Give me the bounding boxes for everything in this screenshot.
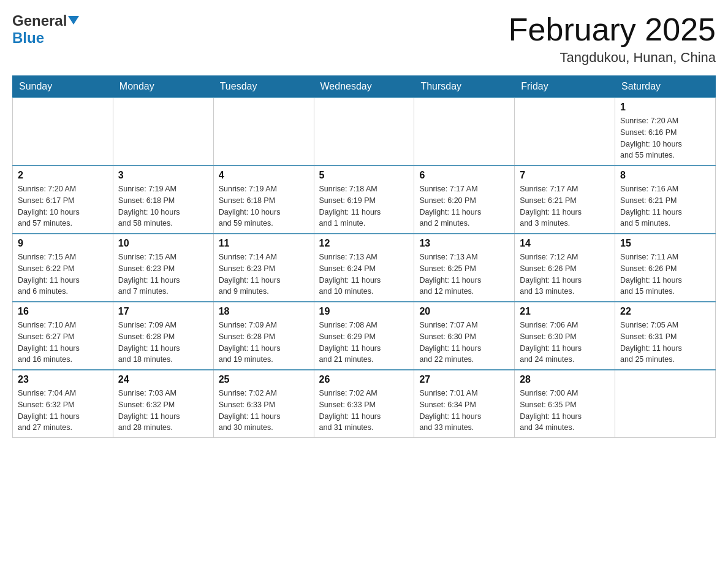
day-info: Daylight: 11 hours: [18, 275, 108, 286]
col-monday: Monday: [113, 76, 213, 98]
day-info: Sunrise: 7:13 AM: [319, 251, 409, 263]
col-thursday: Thursday: [414, 76, 515, 98]
day-info: Daylight: 11 hours: [118, 411, 208, 423]
day-info: Sunset: 6:27 PM: [18, 331, 108, 343]
col-sunday: Sunday: [13, 76, 113, 98]
table-row: 19Sunrise: 7:08 AMSunset: 6:29 PMDayligh…: [314, 302, 414, 370]
day-number: 19: [319, 306, 409, 317]
day-number: 7: [520, 170, 610, 181]
day-info: Sunrise: 7:19 AM: [219, 183, 309, 195]
table-row: [615, 370, 716, 438]
calendar-title: February 2025: [509, 12, 716, 47]
day-info: Sunset: 6:33 PM: [319, 399, 409, 411]
day-info: and 28 minutes.: [118, 422, 208, 434]
day-info: Daylight: 11 hours: [319, 343, 409, 354]
day-info: and 21 minutes.: [319, 354, 409, 366]
day-info: Sunset: 6:32 PM: [118, 399, 208, 411]
table-row: 6Sunrise: 7:17 AMSunset: 6:20 PMDaylight…: [414, 166, 515, 234]
table-row: 22Sunrise: 7:05 AMSunset: 6:31 PMDayligh…: [615, 302, 716, 370]
day-info: and 2 minutes.: [419, 218, 509, 229]
table-row: 7Sunrise: 7:17 AMSunset: 6:21 PMDaylight…: [515, 166, 615, 234]
day-info: Sunset: 6:26 PM: [520, 263, 610, 275]
table-row: 15Sunrise: 7:11 AMSunset: 6:26 PMDayligh…: [615, 234, 716, 302]
day-number: 25: [219, 374, 309, 385]
table-row: 20Sunrise: 7:07 AMSunset: 6:30 PMDayligh…: [414, 302, 515, 370]
day-info: Daylight: 11 hours: [620, 343, 710, 354]
page-header: General Blue February 2025 Tangdukou, Hu…: [12, 12, 716, 66]
table-row: 10Sunrise: 7:15 AMSunset: 6:23 PMDayligh…: [113, 234, 213, 302]
table-row: 5Sunrise: 7:18 AMSunset: 6:19 PMDaylight…: [314, 166, 414, 234]
day-info: Daylight: 11 hours: [219, 343, 309, 354]
day-info: Daylight: 11 hours: [520, 275, 610, 286]
day-info: Sunset: 6:23 PM: [118, 263, 208, 275]
day-number: 12: [319, 238, 409, 249]
day-info: Sunrise: 7:09 AM: [219, 320, 309, 331]
day-info: and 16 minutes.: [18, 354, 108, 366]
day-info: Daylight: 10 hours: [118, 207, 208, 218]
day-info: and 5 minutes.: [620, 218, 710, 229]
day-number: 6: [419, 170, 509, 181]
day-number: 21: [520, 306, 610, 317]
table-row: 25Sunrise: 7:02 AMSunset: 6:33 PMDayligh…: [213, 370, 314, 438]
calendar-week-row: 23Sunrise: 7:04 AMSunset: 6:32 PMDayligh…: [13, 370, 716, 438]
day-info: and 34 minutes.: [520, 422, 610, 434]
table-row: 26Sunrise: 7:02 AMSunset: 6:33 PMDayligh…: [314, 370, 414, 438]
day-number: 2: [18, 170, 108, 181]
day-info: Daylight: 11 hours: [419, 275, 509, 286]
calendar-table: Sunday Monday Tuesday Wednesday Thursday…: [12, 75, 716, 438]
table-row: 23Sunrise: 7:04 AMSunset: 6:32 PMDayligh…: [13, 370, 113, 438]
day-number: 9: [18, 238, 108, 249]
day-number: 28: [520, 374, 610, 385]
day-number: 24: [118, 374, 208, 385]
day-info: and 59 minutes.: [219, 218, 309, 229]
table-row: 16Sunrise: 7:10 AMSunset: 6:27 PMDayligh…: [13, 302, 113, 370]
day-info: Sunrise: 7:11 AM: [620, 251, 710, 263]
day-info: Sunrise: 7:15 AM: [18, 251, 108, 263]
day-info: and 25 minutes.: [620, 354, 710, 366]
day-number: 11: [219, 238, 309, 249]
day-info: and 15 minutes.: [620, 286, 710, 297]
day-info: Sunrise: 7:03 AM: [118, 388, 208, 399]
table-row: 9Sunrise: 7:15 AMSunset: 6:22 PMDaylight…: [13, 234, 113, 302]
day-info: Daylight: 11 hours: [18, 411, 108, 423]
day-info: Sunrise: 7:19 AM: [118, 183, 208, 195]
day-info: and 22 minutes.: [419, 354, 509, 366]
day-info: and 7 minutes.: [118, 286, 208, 297]
day-info: Sunrise: 7:04 AM: [18, 388, 108, 399]
day-number: 22: [620, 306, 710, 317]
day-info: and 31 minutes.: [319, 422, 409, 434]
day-info: and 30 minutes.: [219, 422, 309, 434]
day-info: Sunset: 6:28 PM: [118, 331, 208, 343]
day-info: and 58 minutes.: [118, 218, 208, 229]
day-info: and 57 minutes.: [18, 218, 108, 229]
table-row: 24Sunrise: 7:03 AMSunset: 6:32 PMDayligh…: [113, 370, 213, 438]
day-info: Daylight: 11 hours: [219, 275, 309, 286]
day-info: Sunset: 6:26 PM: [620, 263, 710, 275]
day-info: Sunrise: 7:02 AM: [319, 388, 409, 399]
calendar-week-row: 1Sunrise: 7:20 AMSunset: 6:16 PMDaylight…: [13, 98, 716, 166]
day-info: Daylight: 11 hours: [219, 411, 309, 423]
logo-arrow-icon: [68, 16, 79, 27]
day-info: Sunrise: 7:00 AM: [520, 388, 610, 399]
table-row: [13, 98, 113, 166]
logo: General Blue: [12, 12, 79, 47]
table-row: 3Sunrise: 7:19 AMSunset: 6:18 PMDaylight…: [113, 166, 213, 234]
day-info: and 1 minute.: [319, 218, 409, 229]
day-info: Sunset: 6:35 PM: [520, 399, 610, 411]
day-number: 5: [319, 170, 409, 181]
table-row: 11Sunrise: 7:14 AMSunset: 6:23 PMDayligh…: [213, 234, 314, 302]
day-info: and 27 minutes.: [18, 422, 108, 434]
day-number: 17: [118, 306, 208, 317]
day-info: Sunset: 6:30 PM: [520, 331, 610, 343]
day-info: Sunrise: 7:06 AM: [520, 320, 610, 331]
day-info: Sunrise: 7:17 AM: [419, 183, 509, 195]
day-info: Sunset: 6:20 PM: [419, 195, 509, 207]
day-info: Daylight: 11 hours: [319, 275, 409, 286]
day-info: Daylight: 10 hours: [620, 139, 710, 150]
table-row: [414, 98, 515, 166]
day-info: Sunrise: 7:18 AM: [319, 183, 409, 195]
day-info: and 12 minutes.: [419, 286, 509, 297]
table-row: [515, 98, 615, 166]
day-number: 16: [18, 306, 108, 317]
table-row: 17Sunrise: 7:09 AMSunset: 6:28 PMDayligh…: [113, 302, 213, 370]
